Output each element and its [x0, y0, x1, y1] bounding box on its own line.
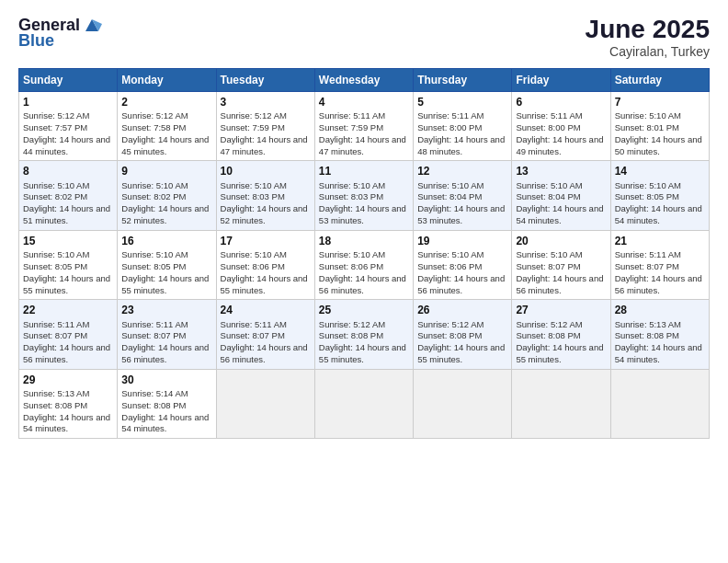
day-number: 20	[516, 234, 606, 248]
calendar-cell: 16Sunrise: 5:10 AM Sunset: 8:05 PM Dayli…	[118, 230, 216, 299]
day-info: Sunrise: 5:10 AM Sunset: 8:02 PM Dayligh…	[23, 180, 113, 227]
day-info: Sunrise: 5:12 AM Sunset: 8:08 PM Dayligh…	[516, 319, 606, 366]
day-info: Sunrise: 5:13 AM Sunset: 8:08 PM Dayligh…	[23, 388, 113, 435]
calendar-cell	[610, 369, 709, 438]
day-number: 16	[121, 234, 211, 248]
day-number: 11	[319, 164, 409, 178]
calendar-week-3: 15Sunrise: 5:10 AM Sunset: 8:05 PM Dayli…	[19, 230, 710, 299]
calendar-cell: 11Sunrise: 5:10 AM Sunset: 8:03 PM Dayli…	[314, 161, 413, 230]
day-info: Sunrise: 5:11 AM Sunset: 8:07 PM Dayligh…	[615, 249, 705, 296]
calendar-cell: 1Sunrise: 5:12 AM Sunset: 7:57 PM Daylig…	[19, 92, 118, 161]
calendar-cell: 8Sunrise: 5:10 AM Sunset: 8:02 PM Daylig…	[19, 161, 118, 230]
day-number: 28	[615, 303, 705, 317]
day-info: Sunrise: 5:11 AM Sunset: 8:00 PM Dayligh…	[417, 110, 507, 157]
day-info: Sunrise: 5:10 AM Sunset: 8:01 PM Dayligh…	[615, 110, 705, 157]
title-block: June 2025 Cayiralan, Turkey	[586, 15, 710, 59]
calendar-cell: 19Sunrise: 5:10 AM Sunset: 8:06 PM Dayli…	[414, 230, 512, 299]
calendar-week-2: 8Sunrise: 5:10 AM Sunset: 8:02 PM Daylig…	[19, 161, 710, 230]
day-info: Sunrise: 5:11 AM Sunset: 8:07 PM Dayligh…	[221, 319, 311, 366]
day-number: 9	[121, 164, 211, 178]
day-info: Sunrise: 5:11 AM Sunset: 8:07 PM Dayligh…	[23, 319, 113, 366]
day-number: 6	[516, 95, 606, 109]
day-info: Sunrise: 5:10 AM Sunset: 8:06 PM Dayligh…	[221, 249, 311, 296]
day-number: 14	[615, 164, 705, 178]
calendar-cell: 17Sunrise: 5:10 AM Sunset: 8:06 PM Dayli…	[216, 230, 314, 299]
calendar-cell: 29Sunrise: 5:13 AM Sunset: 8:08 PM Dayli…	[19, 369, 118, 438]
calendar-week-4: 22Sunrise: 5:11 AM Sunset: 8:07 PM Dayli…	[19, 300, 710, 369]
day-info: Sunrise: 5:11 AM Sunset: 8:07 PM Dayligh…	[121, 319, 211, 366]
calendar-cell	[414, 369, 512, 438]
day-info: Sunrise: 5:12 AM Sunset: 7:59 PM Dayligh…	[221, 110, 311, 157]
calendar-week-5: 29Sunrise: 5:13 AM Sunset: 8:08 PM Dayli…	[19, 369, 710, 438]
calendar-cell: 23Sunrise: 5:11 AM Sunset: 8:07 PM Dayli…	[118, 300, 216, 369]
calendar-cell: 27Sunrise: 5:12 AM Sunset: 8:08 PM Dayli…	[512, 300, 610, 369]
calendar-header-row: Sunday Monday Tuesday Wednesday Thursday…	[19, 69, 710, 92]
day-info: Sunrise: 5:10 AM Sunset: 8:05 PM Dayligh…	[23, 249, 113, 296]
day-number: 19	[417, 234, 507, 248]
subtitle: Cayiralan, Turkey	[586, 44, 710, 59]
day-number: 7	[615, 95, 705, 109]
day-info: Sunrise: 5:10 AM Sunset: 8:07 PM Dayligh…	[516, 249, 606, 296]
calendar-cell: 25Sunrise: 5:12 AM Sunset: 8:08 PM Dayli…	[314, 300, 413, 369]
page: General Blue June 2025 Cayiralan, Turkey…	[0, 0, 728, 563]
day-info: Sunrise: 5:12 AM Sunset: 7:58 PM Dayligh…	[121, 110, 211, 157]
calendar-cell: 3Sunrise: 5:12 AM Sunset: 7:59 PM Daylig…	[216, 92, 314, 161]
calendar-cell: 9Sunrise: 5:10 AM Sunset: 8:02 PM Daylig…	[118, 161, 216, 230]
day-number: 3	[221, 95, 311, 109]
header-sunday: Sunday	[19, 69, 118, 92]
day-info: Sunrise: 5:10 AM Sunset: 8:06 PM Dayligh…	[417, 249, 507, 296]
calendar-cell: 5Sunrise: 5:11 AM Sunset: 8:00 PM Daylig…	[414, 92, 512, 161]
header-monday: Monday	[118, 69, 216, 92]
day-info: Sunrise: 5:11 AM Sunset: 7:59 PM Dayligh…	[319, 110, 409, 157]
logo: General Blue	[18, 15, 104, 51]
day-number: 23	[121, 303, 211, 317]
day-number: 30	[121, 373, 211, 387]
calendar-cell: 28Sunrise: 5:13 AM Sunset: 8:08 PM Dayli…	[610, 300, 709, 369]
day-number: 22	[23, 303, 113, 317]
day-info: Sunrise: 5:11 AM Sunset: 8:00 PM Dayligh…	[516, 110, 606, 157]
day-info: Sunrise: 5:10 AM Sunset: 8:03 PM Dayligh…	[319, 180, 409, 227]
calendar-cell: 2Sunrise: 5:12 AM Sunset: 7:58 PM Daylig…	[118, 92, 216, 161]
day-info: Sunrise: 5:10 AM Sunset: 8:06 PM Dayligh…	[319, 249, 409, 296]
calendar-cell: 24Sunrise: 5:11 AM Sunset: 8:07 PM Dayli…	[216, 300, 314, 369]
calendar-cell: 14Sunrise: 5:10 AM Sunset: 8:05 PM Dayli…	[610, 161, 709, 230]
logo-icon	[82, 15, 102, 35]
calendar-cell	[216, 369, 314, 438]
calendar-week-1: 1Sunrise: 5:12 AM Sunset: 7:57 PM Daylig…	[19, 92, 710, 161]
calendar-cell: 12Sunrise: 5:10 AM Sunset: 8:04 PM Dayli…	[414, 161, 512, 230]
day-number: 15	[23, 234, 113, 248]
month-title: June 2025	[586, 15, 710, 44]
calendar-cell: 21Sunrise: 5:11 AM Sunset: 8:07 PM Dayli…	[610, 230, 709, 299]
day-number: 2	[121, 95, 211, 109]
day-number: 18	[319, 234, 409, 248]
calendar-cell: 15Sunrise: 5:10 AM Sunset: 8:05 PM Dayli…	[19, 230, 118, 299]
calendar-cell: 30Sunrise: 5:14 AM Sunset: 8:08 PM Dayli…	[118, 369, 216, 438]
logo-text: General Blue	[18, 15, 104, 51]
header-friday: Friday	[512, 69, 610, 92]
day-number: 13	[516, 164, 606, 178]
day-number: 10	[221, 164, 311, 178]
calendar-cell: 18Sunrise: 5:10 AM Sunset: 8:06 PM Dayli…	[314, 230, 413, 299]
day-number: 24	[221, 303, 311, 317]
header-saturday: Saturday	[610, 69, 709, 92]
day-number: 27	[516, 303, 606, 317]
day-info: Sunrise: 5:10 AM Sunset: 8:04 PM Dayligh…	[417, 180, 507, 227]
day-number: 17	[221, 234, 311, 248]
calendar-cell: 10Sunrise: 5:10 AM Sunset: 8:03 PM Dayli…	[216, 161, 314, 230]
header-tuesday: Tuesday	[216, 69, 314, 92]
day-number: 12	[417, 164, 507, 178]
day-number: 1	[23, 95, 113, 109]
calendar-cell	[314, 369, 413, 438]
day-number: 5	[417, 95, 507, 109]
day-info: Sunrise: 5:14 AM Sunset: 8:08 PM Dayligh…	[121, 388, 211, 435]
day-number: 8	[23, 164, 113, 178]
calendar-cell: 20Sunrise: 5:10 AM Sunset: 8:07 PM Dayli…	[512, 230, 610, 299]
header-wednesday: Wednesday	[314, 69, 413, 92]
header: General Blue June 2025 Cayiralan, Turkey	[18, 15, 710, 59]
header-thursday: Thursday	[414, 69, 512, 92]
day-number: 26	[417, 303, 507, 317]
day-number: 4	[319, 95, 409, 109]
calendar-cell: 13Sunrise: 5:10 AM Sunset: 8:04 PM Dayli…	[512, 161, 610, 230]
day-number: 25	[319, 303, 409, 317]
day-info: Sunrise: 5:10 AM Sunset: 8:03 PM Dayligh…	[221, 180, 311, 227]
